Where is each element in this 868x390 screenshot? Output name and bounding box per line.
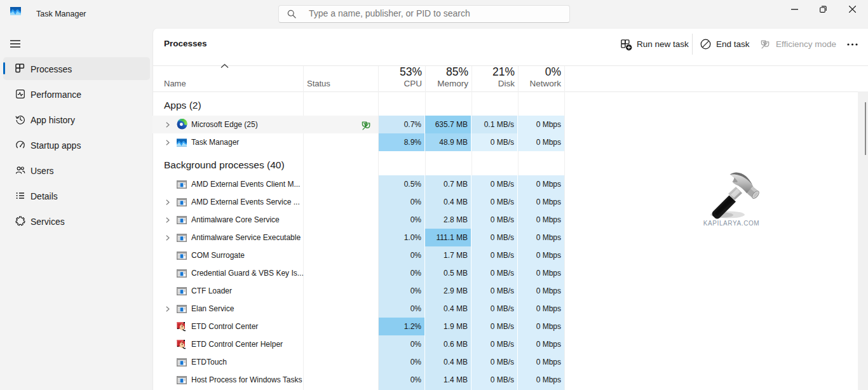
svg-text:KAPILARYA.COM: KAPILARYA.COM [703, 220, 760, 227]
